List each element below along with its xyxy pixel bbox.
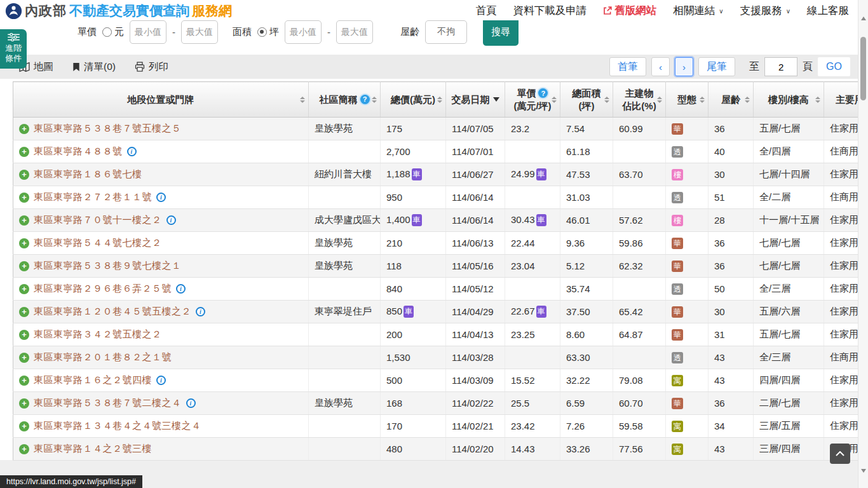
sort-icons[interactable] xyxy=(815,97,820,103)
cell-floor-level: 十一層/十五層 xyxy=(754,209,824,232)
column-header-unit[interactable]: 單價?(萬元/坪) xyxy=(505,82,560,118)
expand-row-icon[interactable]: + xyxy=(19,261,29,271)
back-to-top-button[interactable] xyxy=(830,444,850,464)
info-icon[interactable]: i xyxy=(127,147,137,156)
expand-row-icon[interactable]: + xyxy=(19,421,29,431)
info-icon[interactable]: i xyxy=(176,284,186,294)
column-header-address[interactable]: 地段位置或門牌 xyxy=(13,82,309,118)
price-value: 22.67 xyxy=(511,306,535,316)
sort-icons[interactable] xyxy=(372,97,377,103)
address-link[interactable]: 東區東寧路３４２號五樓之２ xyxy=(34,329,162,341)
nav-item-home[interactable]: 首頁 xyxy=(476,4,497,18)
building-age-input[interactable] xyxy=(425,20,467,44)
column-header-age[interactable]: 屋齡 xyxy=(709,82,754,118)
sort-icons[interactable] xyxy=(552,97,557,103)
unit-price-min-input[interactable] xyxy=(130,20,166,44)
cell-address: +東區東寧路５４４號七樓之２ xyxy=(13,232,309,255)
expand-row-icon[interactable]: + xyxy=(19,376,29,386)
address-link[interactable]: 東區東寧路４８８號 xyxy=(34,146,123,158)
expand-row-icon[interactable]: + xyxy=(19,444,29,454)
sort-icons[interactable] xyxy=(604,97,609,103)
column-header-ratio[interactable]: 主建物佔比(%) xyxy=(613,82,666,118)
page-number-input[interactable] xyxy=(764,57,797,76)
sort-icons[interactable] xyxy=(657,97,662,103)
address-link[interactable]: 東區東寧路１３４巷４之４號三樓之４ xyxy=(34,420,201,432)
cell-transaction-date: 114/02/22 xyxy=(446,392,505,415)
info-icon[interactable]: i xyxy=(166,215,176,225)
area-radio-ping[interactable]: 坪 xyxy=(257,26,279,38)
expand-row-icon[interactable]: + xyxy=(19,147,29,157)
column-header-date[interactable]: 交易日期 xyxy=(446,82,505,118)
address-link[interactable]: 東區東寧路５３８巷９號七樓之１ xyxy=(34,260,182,272)
sort-icons[interactable] xyxy=(437,97,442,103)
address-link[interactable]: 東區東寧路５３８巷７號二樓之４ xyxy=(34,397,182,409)
expand-row-icon[interactable]: + xyxy=(19,353,29,363)
nav-item-download[interactable]: 資料下載及申請 xyxy=(513,4,587,18)
address-link[interactable]: 東區東寧路２０１巷８２之１號 xyxy=(34,351,172,363)
cell-address: +東區東寧路４８８號i xyxy=(13,140,309,163)
scrollbar-up-arrow[interactable] xyxy=(861,17,866,20)
help-icon[interactable]: ? xyxy=(538,88,548,98)
address-link[interactable]: 東區東寧路１２０巷４５號五樓之２ xyxy=(34,306,191,318)
help-icon[interactable]: ? xyxy=(360,95,370,104)
area-min-input[interactable] xyxy=(285,20,322,44)
expand-row-icon[interactable]: + xyxy=(19,193,29,203)
previous-page-button[interactable]: ‹ xyxy=(651,57,670,76)
column-header-community[interactable]: 社區簡稱? xyxy=(309,82,381,118)
address-link[interactable]: 東區東寧路１８６號七樓 xyxy=(34,168,142,180)
advanced-conditions-tab[interactable]: 進階條件 xyxy=(0,29,27,69)
unit-price-radio-yuan[interactable]: 元 xyxy=(102,26,124,38)
scrollbar-down-arrow[interactable] xyxy=(861,469,866,473)
expand-row-icon[interactable]: + xyxy=(19,307,29,317)
address-link[interactable]: 東區東寧路２７２巷１１號 xyxy=(34,191,152,203)
address-content: +東區東寧路５３８巷７號二樓之４i xyxy=(19,397,302,409)
info-icon[interactable]: i xyxy=(156,193,166,202)
nav-item-links[interactable]: 相關連結∨ xyxy=(673,4,723,18)
nav-item-service[interactable]: 線上客服 xyxy=(807,4,849,18)
column-header-area[interactable]: 總面積(坪) xyxy=(560,82,613,118)
column-header-total[interactable]: 總價(萬元) xyxy=(381,82,446,118)
expand-row-icon[interactable]: + xyxy=(19,170,29,180)
expand-row-icon[interactable]: + xyxy=(19,124,29,134)
expand-row-icon[interactable]: + xyxy=(19,238,29,248)
unit-price-max-input[interactable] xyxy=(181,20,218,44)
address-link[interactable]: 東區東寧路７０號十一樓之２ xyxy=(34,214,162,226)
cell-building-age: 43 xyxy=(709,438,754,461)
expand-row-icon[interactable]: + xyxy=(19,284,29,294)
expand-row-icon[interactable]: + xyxy=(19,398,29,409)
nav-item-support[interactable]: 支援服務∨ xyxy=(740,4,790,18)
cell-community xyxy=(309,186,381,209)
cell-main-building-ratio: 60.70 xyxy=(613,392,666,415)
next-page-button[interactable]: › xyxy=(675,57,693,76)
address-link[interactable]: 東區東寧路１４之２號三樓 xyxy=(34,443,152,455)
search-button[interactable]: 搜尋 xyxy=(483,20,519,46)
scrollbar[interactable] xyxy=(858,0,868,488)
print-button[interactable]: 列印 xyxy=(135,60,168,74)
go-button[interactable]: GO xyxy=(818,57,850,76)
cell-building-age: 43 xyxy=(709,346,754,369)
sort-icons[interactable] xyxy=(700,97,705,103)
address-link[interactable]: 東區東寧路５４４號七樓之２ xyxy=(34,237,162,249)
expand-row-icon[interactable]: + xyxy=(19,215,29,226)
first-page-button[interactable]: 首筆 xyxy=(609,57,646,76)
address-link[interactable]: 東區東寧路５３８巷７號五樓之５ xyxy=(34,123,182,135)
scrollbar-thumb[interactable] xyxy=(860,37,866,100)
sort-icons[interactable] xyxy=(300,97,305,103)
radio-selected-icon xyxy=(257,27,267,37)
saved-list-button[interactable]: 清單(0) xyxy=(72,60,116,74)
area-max-input[interactable] xyxy=(336,20,373,44)
info-icon[interactable]: i xyxy=(196,307,205,316)
price-value: 15.52 xyxy=(511,375,535,386)
info-icon[interactable]: i xyxy=(186,398,196,408)
expand-row-icon[interactable]: + xyxy=(19,330,29,340)
column-header-type[interactable]: 型態 xyxy=(666,82,709,118)
address-link[interactable]: 東區東寧路２９６巷６弄２５號 xyxy=(34,283,172,295)
nav-item-legacy[interactable]: 舊版網站 xyxy=(603,4,656,18)
address-link[interactable]: 東區東寧路１６之２號四樓 xyxy=(34,374,152,386)
sort-icons[interactable] xyxy=(745,97,750,103)
info-icon[interactable]: i xyxy=(156,376,166,385)
column-header-floor[interactable]: 樓別/樓高 xyxy=(754,82,824,118)
last-page-button[interactable]: 尾筆 xyxy=(698,57,735,76)
table-body: +東區東寧路５３８巷７號五樓之５皇族學苑175114/07/0523.27.54… xyxy=(13,118,868,461)
site-logo[interactable]: 內政部 不動產交易實價查詢 服務網 xyxy=(5,2,232,20)
